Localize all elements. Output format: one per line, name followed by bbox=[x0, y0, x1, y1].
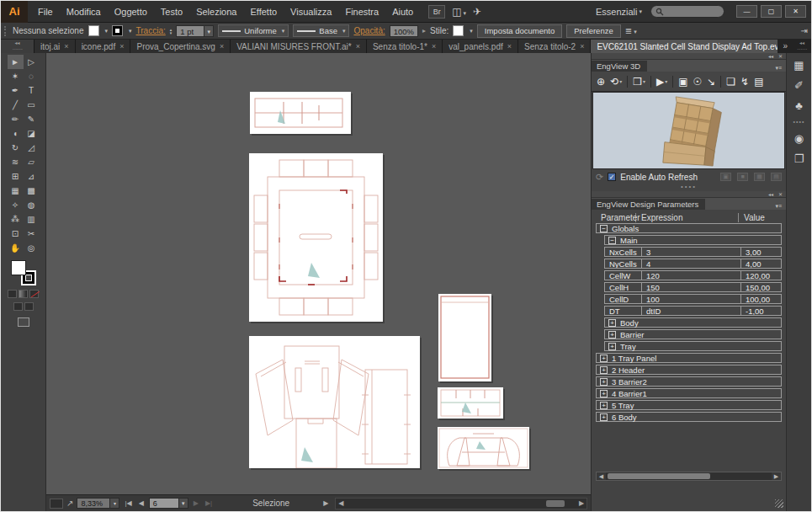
tab-close-icon[interactable]: × bbox=[64, 42, 68, 51]
menu-seleziona[interactable]: Seleziona bbox=[189, 1, 243, 22]
bridge-button[interactable]: Br bbox=[428, 5, 445, 19]
record-icon[interactable]: ■ bbox=[737, 173, 748, 181]
status-options-icon[interactable]: ▶ bbox=[321, 499, 330, 507]
zoom-dropdown-icon[interactable]: ▾ bbox=[110, 498, 119, 509]
free-transform-tool-icon[interactable]: ▱ bbox=[24, 155, 40, 169]
document-tab[interactable]: VALIANI MISURES FRONT.ai*× bbox=[231, 40, 367, 53]
scale-tool-icon[interactable]: ◿ bbox=[24, 141, 40, 155]
shape-builder-tool-icon[interactable]: ⊞ bbox=[8, 169, 24, 184]
param-expression-cell[interactable]: 150 bbox=[642, 283, 741, 291]
snapshot-icon[interactable]: ▣ bbox=[720, 173, 731, 181]
param-group-barrier[interactable]: +Barrier bbox=[604, 329, 782, 339]
expand-icon[interactable]: + bbox=[608, 331, 616, 339]
layers-icon[interactable]: ❐ bbox=[794, 153, 804, 164]
document-tab[interactable]: Senza titolo-1*× bbox=[367, 40, 443, 53]
maximize-button[interactable]: ▢ bbox=[761, 5, 782, 18]
tab-close-icon[interactable]: × bbox=[507, 42, 512, 51]
expand-icon[interactable]: + bbox=[600, 355, 608, 362]
next-artboard-icon[interactable]: ▶ bbox=[192, 499, 200, 507]
tab-close-icon[interactable]: × bbox=[580, 42, 584, 51]
opacity-label[interactable]: Opacità: bbox=[353, 26, 385, 35]
param-group-body[interactable]: +Body bbox=[604, 317, 782, 328]
artboard-tray-panel[interactable] bbox=[250, 92, 351, 134]
export-arrow-icon[interactable]: ↗ bbox=[66, 499, 73, 508]
artboard-tool-icon[interactable]: ⊡ bbox=[8, 227, 24, 241]
artboard-tray[interactable] bbox=[249, 153, 383, 322]
save-image-icon[interactable]: ▣ bbox=[678, 76, 687, 88]
expand-icon[interactable]: + bbox=[608, 343, 616, 350]
none-mode-button[interactable] bbox=[29, 290, 39, 298]
selection-tool-icon[interactable]: ► bbox=[8, 55, 24, 69]
stroke-color-swatch[interactable] bbox=[112, 25, 123, 36]
blob-brush-tool-icon[interactable]: ◖ bbox=[8, 126, 24, 141]
tab-close-icon[interactable]: × bbox=[356, 42, 360, 51]
expand-icon[interactable]: + bbox=[608, 319, 616, 327]
panel-resize-grip[interactable] bbox=[775, 499, 783, 508]
lasso-tool-icon[interactable]: ◌ bbox=[24, 69, 40, 83]
param-group-4-barrier1[interactable]: +4 Barrier1 bbox=[596, 388, 782, 398]
document-tab[interactable]: icone.pdf× bbox=[76, 40, 131, 53]
stroke-label[interactable]: Traccia: bbox=[136, 26, 166, 35]
play-icon[interactable]: ▶▾ bbox=[656, 76, 667, 88]
tab-overflow-button[interactable]: » bbox=[778, 40, 793, 53]
refresh-icon[interactable]: ⟳ bbox=[596, 172, 603, 183]
tab-engview-3d[interactable]: EngView 3D bbox=[592, 61, 647, 72]
menu-visualizza[interactable]: Visualizza bbox=[284, 1, 338, 22]
stroke-width-dropdown-icon[interactable]: ▾ bbox=[204, 25, 214, 37]
auto-refresh-checkbox[interactable]: ✓ bbox=[608, 173, 616, 181]
style-swatch[interactable] bbox=[453, 25, 464, 36]
direct-selection-tool-icon[interactable]: ▷ bbox=[24, 55, 40, 69]
zoom-level-input[interactable]: 8,33% bbox=[77, 498, 110, 509]
menu-testo[interactable]: Testo bbox=[154, 1, 189, 22]
collapse-icon[interactable]: − bbox=[608, 237, 616, 244]
tools-panel-header[interactable]: ◂◂⋯⋯ bbox=[1, 40, 34, 53]
width-tool-icon[interactable]: ≋ bbox=[8, 155, 24, 169]
parameters-hscrollbar[interactable]: ◀ ▶ bbox=[596, 472, 782, 481]
width-profile-select[interactable]: Uniforme▾ bbox=[218, 24, 289, 37]
first-artboard-icon[interactable]: |◀ bbox=[123, 499, 133, 507]
controlbar-grip[interactable] bbox=[4, 26, 7, 36]
expand-icon[interactable]: + bbox=[600, 402, 608, 409]
magic-wand-tool-icon[interactable]: ✶ bbox=[8, 69, 24, 83]
document-tab[interactable]: val_panels.pdf× bbox=[443, 40, 518, 53]
sheet-icon[interactable]: ▤ bbox=[754, 76, 763, 88]
perspective-grid-tool-icon[interactable]: ⊿ bbox=[24, 169, 40, 184]
param-group-main[interactable]: −Main bbox=[604, 235, 782, 245]
draw-normal-button[interactable] bbox=[13, 302, 23, 311]
opacity-arrow-icon[interactable]: ▸ bbox=[422, 27, 426, 35]
expand-icon[interactable]: + bbox=[600, 413, 608, 421]
fill-swatch-indicator[interactable] bbox=[11, 260, 26, 275]
document-setup-button[interactable]: Imposta documento bbox=[477, 24, 562, 38]
scroll-left-icon[interactable]: ◀ bbox=[597, 473, 606, 480]
rectangle-tool-icon[interactable]: ▭ bbox=[24, 98, 40, 112]
expand-icon[interactable]: + bbox=[600, 390, 608, 397]
workspace-label[interactable]: Essenziali bbox=[596, 7, 638, 17]
document-tab[interactable]: itoj.ai× bbox=[34, 40, 76, 53]
close-button[interactable]: ✕ bbox=[785, 5, 806, 18]
param-group-6-body[interactable]: +6 Body bbox=[596, 412, 782, 422]
symbol-sprayer-tool-icon[interactable]: ⁂ bbox=[8, 212, 24, 227]
stroke-width-input[interactable]: 1 pt bbox=[176, 25, 204, 37]
scroll-right-icon[interactable]: ▶ bbox=[576, 499, 586, 507]
screen-mode-button[interactable] bbox=[18, 317, 29, 327]
tab-close-icon[interactable]: × bbox=[220, 42, 224, 51]
param-expression-cell[interactable]: 3 bbox=[642, 248, 741, 256]
canvas-hscrollbar[interactable]: ◀ ▶ bbox=[335, 498, 587, 509]
document-tab[interactable]: Senza titolo-2× bbox=[518, 40, 591, 53]
tab-close-icon[interactable]: × bbox=[432, 42, 436, 51]
panel-menu-icon[interactable]: ▾≡ bbox=[775, 65, 786, 72]
menu-finestra[interactable]: Finestra bbox=[338, 1, 385, 22]
collapse-icon[interactable]: − bbox=[600, 225, 608, 232]
zoom-tool-icon[interactable]: ◎ bbox=[24, 241, 40, 255]
refresh-3d-icon[interactable]: ↯ bbox=[740, 76, 749, 88]
orbit-icon[interactable]: ⟲▾ bbox=[610, 76, 622, 88]
artboard-header[interactable] bbox=[438, 294, 491, 381]
collapse-panel-icon[interactable]: ◂◂ bbox=[768, 54, 773, 59]
pen-tool-icon[interactable]: ✒ bbox=[8, 83, 24, 98]
collapse-panel-icon[interactable]: ◂◂ bbox=[768, 192, 773, 197]
stroke-width-stepper[interactable]: ▴▾ bbox=[170, 28, 172, 35]
param-expression-cell[interactable]: 4 bbox=[642, 259, 741, 268]
panel-dock-mini-header[interactable]: ◂◂⋯⋯ bbox=[793, 40, 811, 53]
menu-file[interactable]: File bbox=[31, 1, 60, 22]
panel-resize-handle[interactable]: •••• bbox=[592, 184, 786, 191]
